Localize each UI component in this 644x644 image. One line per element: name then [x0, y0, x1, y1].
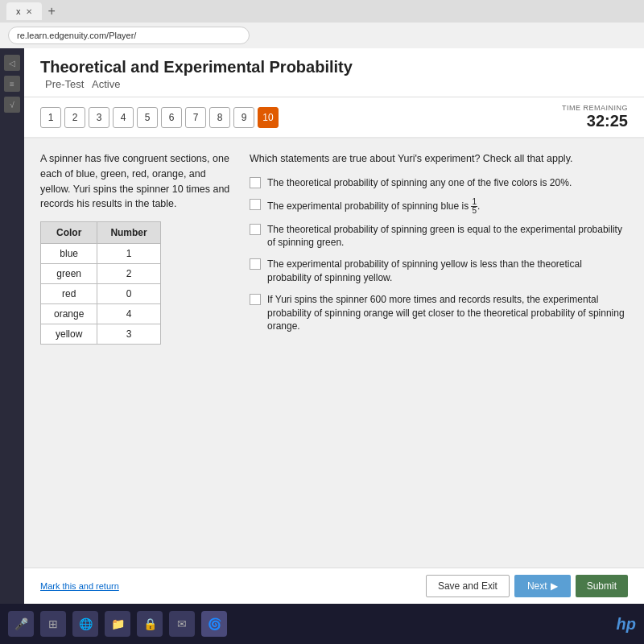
option-2[interactable]: The experimental probability of spinning… [250, 198, 628, 215]
table-header-number: Number [97, 222, 160, 244]
table-cell-red-num: 0 [97, 284, 160, 304]
tab-bar: x ✕ + [0, 0, 644, 23]
nav-btn-8[interactable]: 8 [209, 107, 230, 128]
question-content: A spinner has five congruent sections, o… [24, 138, 644, 568]
option-1-text: The theoretical probability of spinning … [267, 176, 572, 190]
right-panel: Which statements are true about Yuri's e… [250, 151, 628, 555]
table-cell-orange-num: 4 [97, 304, 160, 324]
checkbox-4[interactable] [250, 258, 261, 270]
nav-btn-10[interactable]: 10 [258, 107, 279, 128]
table-row: orange 4 [41, 304, 161, 324]
table-cell-yellow: yellow [41, 324, 97, 345]
checkbox-5[interactable] [250, 294, 261, 305]
right-question: Which statements are true about Yuri's e… [250, 151, 628, 167]
table-row: red 0 [41, 284, 161, 304]
save-exit-button[interactable]: Save and Exit [426, 575, 510, 597]
nav-numbers: 1 2 3 4 5 6 7 8 9 10 [40, 107, 279, 128]
table-cell-blue: blue [41, 244, 97, 264]
left-panel: A spinner has five congruent sections, o… [40, 151, 233, 555]
taskbar-mic-icon[interactable]: 🎤 [8, 611, 34, 637]
option-1[interactable]: The theoretical probability of spinning … [250, 176, 628, 190]
option-5-text: If Yuri spins the spinner 600 more times… [267, 293, 628, 333]
checkbox-3[interactable] [250, 224, 261, 235]
sidebar-icon-2[interactable]: ≡ [4, 76, 20, 92]
nav-btn-4[interactable]: 4 [113, 107, 134, 128]
taskbar-chrome-icon[interactable]: 🌀 [201, 611, 227, 637]
nav-btn-1[interactable]: 1 [40, 107, 61, 128]
nav-btn-5[interactable]: 5 [137, 107, 158, 128]
table-header-color: Color [41, 222, 97, 244]
nav-btn-3[interactable]: 3 [89, 107, 109, 128]
quiz-subtitle: Pre-Test Active [40, 78, 628, 90]
sidebar-icon-3[interactable]: √ [4, 97, 20, 113]
quiz-header: Theoretical and Experimental Probability… [24, 48, 644, 97]
action-buttons: Save and Exit Next ▶ Submit [426, 575, 628, 597]
taskbar-lock-icon[interactable]: 🔒 [137, 611, 163, 637]
new-tab-button[interactable]: + [48, 4, 56, 19]
nav-btn-2[interactable]: 2 [64, 107, 85, 128]
taskbar: 🎤 ⊞ 🌐 📁 🔒 ✉ 🌀 hp [0, 604, 644, 644]
mark-return-link[interactable]: Mark this and return [40, 581, 119, 591]
option-3[interactable]: The theoretical probability of spinning … [250, 223, 628, 250]
table-cell-orange: orange [41, 304, 97, 324]
time-label: TIME REMAINING [562, 104, 628, 112]
option-4[interactable]: The experimental probability of spinning… [250, 258, 628, 285]
screen: ◁ ≡ √ Theoretical and Experimental Proba… [0, 48, 644, 644]
taskbar-windows-icon[interactable]: ⊞ [40, 611, 66, 637]
bottom-bar: Mark this and return Save and Exit Next … [24, 568, 644, 604]
address-bar: re.learn.edgenuity.com/Player/ [0, 23, 644, 48]
hp-logo: hp [617, 615, 636, 634]
data-table: Color Number blue 1 green 2 [40, 221, 161, 345]
url-display[interactable]: re.learn.edgenuity.com/Player/ [8, 27, 250, 44]
option-4-text: The experimental probability of spinning… [267, 258, 628, 285]
sidebar-icon-1[interactable]: ◁ [4, 55, 20, 71]
checkbox-1[interactable] [250, 177, 261, 188]
active-tab[interactable]: x ✕ [6, 2, 42, 20]
nav-btn-7[interactable]: 7 [185, 107, 206, 128]
next-arrow-icon: ▶ [551, 580, 558, 592]
table-cell-red: red [41, 284, 97, 304]
quiz-title: Theoretical and Experimental Probability [40, 58, 628, 76]
submit-button[interactable]: Submit [576, 575, 628, 597]
taskbar-globe-icon[interactable]: 🌐 [72, 611, 98, 637]
question-nav: 1 2 3 4 5 6 7 8 9 10 TIME REMAINING 32:2… [24, 97, 644, 138]
table-row: yellow 3 [41, 324, 161, 345]
quiz-status: Active [92, 78, 120, 90]
table-cell-green-num: 2 [97, 264, 160, 284]
time-value: 32:25 [562, 112, 628, 130]
left-sidebar: ◁ ≡ √ [0, 48, 24, 604]
table-cell-blue-num: 1 [97, 244, 160, 264]
browser-chrome: x ✕ + re.learn.edgenuity.com/Player/ [0, 0, 644, 48]
taskbar-folder-icon[interactable]: 📁 [105, 611, 130, 637]
table-row: blue 1 [41, 244, 161, 264]
tab-label: x [16, 6, 21, 16]
table-cell-green: green [41, 264, 97, 284]
question-text: A spinner has five congruent sections, o… [40, 151, 233, 212]
nav-btn-9[interactable]: 9 [233, 107, 254, 128]
content-wrapper: ◁ ≡ √ Theoretical and Experimental Proba… [0, 48, 644, 604]
option-2-text: The experimental probability of spinning… [267, 198, 480, 215]
next-button[interactable]: Next ▶ [514, 575, 571, 597]
main-area: Theoretical and Experimental Probability… [24, 48, 644, 604]
taskbar-mail-icon[interactable]: ✉ [169, 611, 195, 637]
table-cell-yellow-num: 3 [97, 324, 160, 345]
option-3-text: The theoretical probability of spinning … [267, 223, 628, 250]
nav-btn-6[interactable]: 6 [161, 107, 182, 128]
time-remaining: TIME REMAINING 32:25 [562, 104, 628, 130]
checkbox-2[interactable] [250, 199, 261, 210]
tab-close-icon[interactable]: ✕ [26, 7, 32, 16]
option-5[interactable]: If Yuri spins the spinner 600 more times… [250, 293, 628, 333]
table-row: green 2 [41, 264, 161, 284]
